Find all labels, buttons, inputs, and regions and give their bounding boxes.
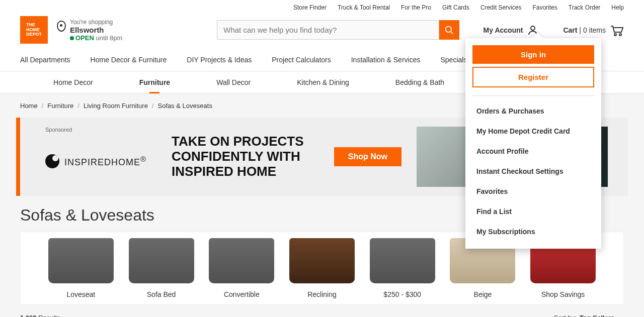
- store-name: Ellsworth: [70, 26, 122, 34]
- top-link[interactable]: Gift Cards: [442, 4, 469, 11]
- account-menu-item[interactable]: My Subscriptions: [472, 222, 594, 242]
- account-dropdown: Sign in Register Orders & PurchasesMy Ho…: [465, 38, 601, 249]
- crumb[interactable]: Home: [20, 102, 38, 110]
- category-label: Reclining: [282, 290, 362, 298]
- brand-logo-icon: [45, 154, 59, 168]
- signin-button[interactable]: Sign in: [472, 45, 594, 64]
- subnav-item[interactable]: Bedding & Bath: [395, 78, 444, 86]
- store-locator[interactable]: You're shopping Ellsworth OPEN until 8pm: [57, 19, 122, 42]
- banner-headline: TAKE ON PROJECTS CONFIDENTLY WITH INSPIR…: [172, 134, 319, 179]
- search-bar: [217, 20, 459, 40]
- category-image: [289, 238, 355, 283]
- sort-value: Top Sellers: [580, 314, 614, 317]
- cart[interactable]: Cart | 0 items: [563, 24, 624, 36]
- subnav-item[interactable]: Home Decor: [53, 78, 93, 86]
- cart-label: Cart | 0 items: [563, 26, 606, 34]
- category-tile[interactable]: $250 - $300: [362, 238, 443, 298]
- svg-line-1: [450, 31, 453, 34]
- sort-dropdown[interactable]: Sort by: Top Sellers ⌄: [554, 313, 624, 317]
- search-icon: [444, 25, 454, 35]
- subnav-item[interactable]: Wall Decor: [216, 78, 251, 86]
- store-label: You're shopping: [70, 19, 122, 26]
- svg-point-4: [619, 34, 621, 36]
- top-link[interactable]: Truck & Tool Rental: [338, 4, 390, 11]
- account-menu-item[interactable]: Instant Checkout Settings: [472, 161, 594, 181]
- store-hours: OPEN until 8pm: [70, 34, 122, 42]
- crumb[interactable]: Sofas & Loveseats: [157, 102, 212, 110]
- category-tile[interactable]: Loveseat: [41, 238, 121, 298]
- category-label: Convertible: [201, 290, 282, 298]
- logo[interactable]: THEHOMEDEPOT: [20, 16, 48, 44]
- results-bar: 1,369 Results Sort by: Top Sellers ⌄: [0, 305, 644, 317]
- account-menu-item[interactable]: My Home Depot Credit Card: [472, 121, 594, 141]
- svg-point-3: [614, 34, 616, 36]
- category-image: [370, 238, 435, 283]
- sponsored-label: Sponsored: [45, 127, 72, 133]
- crumb[interactable]: Furniture: [47, 102, 73, 110]
- subnav-item[interactable]: Kitchen & Dining: [297, 78, 349, 86]
- brand-name: INSPIREDHOME®: [64, 155, 146, 168]
- category-tile[interactable]: Convertible: [201, 238, 282, 298]
- category-label: $250 - $300: [362, 290, 443, 298]
- category-image: [48, 238, 114, 283]
- account-menu-item[interactable]: Favorites: [472, 181, 594, 201]
- pin-icon: [57, 21, 66, 32]
- category-image: [129, 238, 194, 283]
- svg-point-0: [445, 26, 451, 32]
- top-link[interactable]: Store Finder: [293, 4, 327, 11]
- account-menu-item[interactable]: Orders & Purchases: [472, 101, 594, 121]
- top-link[interactable]: Help: [611, 4, 624, 11]
- divider: [472, 95, 594, 96]
- svg-point-2: [531, 26, 535, 30]
- category-label: Beige: [443, 290, 523, 298]
- top-link[interactable]: Track Order: [569, 4, 601, 11]
- nav-item[interactable]: Project Calculators: [272, 56, 331, 64]
- top-link[interactable]: For the Pro: [401, 4, 431, 11]
- top-utility-nav: Store FinderTruck & Tool RentalFor the P…: [0, 0, 644, 16]
- account-menu-item[interactable]: Find a List: [472, 201, 594, 222]
- category-label: Shop Savings: [523, 290, 603, 298]
- nav-item[interactable]: All Departments: [20, 56, 70, 64]
- search-input[interactable]: [217, 20, 439, 40]
- my-account[interactable]: My Account: [484, 24, 539, 36]
- top-link[interactable]: Favorites: [532, 4, 557, 11]
- category-image: [209, 238, 274, 283]
- sort-label: Sort by:: [554, 314, 577, 317]
- category-label: Loveseat: [41, 290, 121, 298]
- cart-icon: [610, 24, 624, 36]
- account-label: My Account: [484, 26, 523, 34]
- account-menu-item[interactable]: Account Profile: [472, 141, 594, 161]
- category-tile[interactable]: Sofa Bed: [121, 238, 202, 298]
- category-label: Sofa Bed: [121, 290, 202, 298]
- chevron-down-icon: ⌄: [617, 313, 624, 317]
- shop-now-button[interactable]: Shop Now: [334, 147, 401, 166]
- nav-item[interactable]: Home Decor & Furniture: [91, 56, 167, 64]
- nav-item[interactable]: Installation & Services: [351, 56, 421, 64]
- register-button[interactable]: Register: [472, 67, 594, 87]
- crumb[interactable]: Living Room Furniture: [84, 102, 148, 110]
- subnav-item[interactable]: Furniture: [139, 78, 170, 86]
- category-tile[interactable]: Reclining: [282, 238, 362, 298]
- top-link[interactable]: Credit Services: [480, 4, 521, 11]
- results-count: 1,369 Results: [20, 314, 60, 317]
- search-button[interactable]: [439, 20, 459, 40]
- nav-item[interactable]: DIY Projects & Ideas: [187, 56, 252, 64]
- open-dot-icon: [70, 36, 74, 40]
- banner-brand: INSPIREDHOME®: [45, 154, 146, 168]
